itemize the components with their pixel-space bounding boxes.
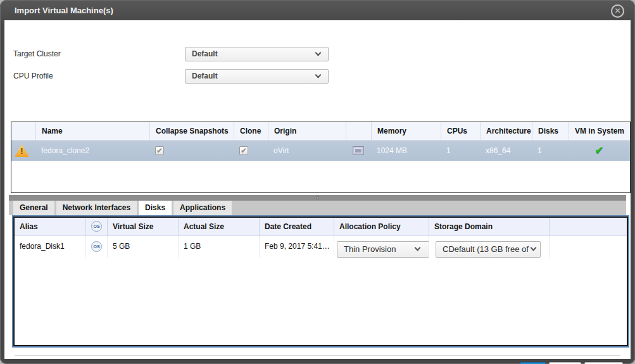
vm-col-memory: Memory [371,122,441,140]
disk-col-allocation-policy: Allocation Policy [334,218,429,235]
vm-col-vm-in-system: VM in System [569,122,630,140]
vm-table-header: Name Collapse Snapshots Clone Origin Mem… [11,122,630,141]
cpu-profile-dropdown[interactable]: Default [185,69,329,84]
vm-col-disks: Disks [532,122,569,140]
dialog-title: Import Virtual Machine(s) [15,6,113,15]
tab-general[interactable]: General [13,201,54,215]
footer-divider [15,355,620,356]
disk-virtual-size: 5 GB [107,236,178,258]
vm-row-status-cell: ! [11,141,35,161]
vm-table: Name Collapse Snapshots Clone Origin Mem… [11,122,631,193]
tab-disks[interactable]: Disks [139,201,172,215]
import-vm-dialog: Import Virtual Machine(s) ✕ Target Clust… [0,0,635,364]
allocation-policy-dropdown[interactable]: Thin Provision [337,241,429,258]
disk-col-actual-size: Actual Size [178,218,259,235]
disk-col-empty [549,218,627,235]
target-cluster-label: Target Cluster [13,49,61,58]
vm-cpus: 1 [441,141,480,161]
splitter-grip-icon [316,196,319,199]
disk-allocation-cell: Thin Provision [334,236,429,258]
vm-col-status [11,122,35,140]
disk-alias: fedora_Disk1 [15,236,85,258]
vm-col-origin: Origin [268,122,346,140]
vm-col-collapse-snapshots: Collapse Snapshots [149,122,234,140]
disk-table-header: Alias OS Virtual Size Actual Size Date C… [15,218,627,236]
storage-domain-dropdown[interactable]: CDefault (13 GB free of [436,241,541,258]
vm-in-system-check-icon: ✔ [569,141,630,161]
vm-disks: 1 [532,141,569,161]
target-cluster-value: Default [192,49,218,58]
chevron-down-icon [531,245,537,251]
collapse-snapshots-checkbox[interactable]: ✔ [155,146,164,155]
tab-applications[interactable]: Applications [173,201,232,215]
vm-collapse-snapshots-cell: ✔ [149,141,234,161]
disk-actual-size: 1 GB [178,236,259,258]
disk-col-date-created: Date Created [259,218,334,235]
allocation-policy-value: Thin Provision [344,244,396,254]
disk-col-os: OS [85,218,107,235]
target-cluster-dropdown[interactable]: Default [185,47,329,61]
vm-clone-cell: ✔ [234,141,268,161]
dialog-titlebar: Import Virtual Machine(s) ✕ [4,0,631,20]
detail-tabbar: General Network Interfaces Disks Applica… [9,201,626,215]
dialog-content: Target Cluster Default CPU Profile Defau… [4,20,631,359]
cpu-profile-value: Default [192,72,218,80]
chevron-down-icon [415,245,421,251]
monitor-icon [353,146,364,155]
disk-table-row[interactable]: fedora_Disk1 OS 5 GB 1 GB Feb 9, 2017 5:… [15,236,627,258]
vm-col-architecture: Architecture [480,122,532,140]
disk-empty-cell [549,236,627,258]
panel-splitter[interactable] [9,195,626,201]
disk-col-alias: Alias [15,218,85,235]
os-badge-icon: OS [91,221,102,232]
disk-date-created: Feb 9, 2017 5:41… [259,236,334,258]
storage-domain-value: CDefault (13 GB free of [443,244,529,254]
vm-origin: oVirt [268,141,346,161]
vm-col-cpus: CPUs [441,122,480,140]
vm-name: fedora_clone2 [35,141,149,161]
vm-icon-cell [346,141,371,161]
vm-col-clone: Clone [234,122,268,140]
chevron-down-icon [315,72,322,78]
warning-icon: ! [15,144,29,157]
disk-col-storage-domain: Storage Domain [429,218,549,235]
chevron-down-icon [315,49,322,56]
disk-col-virtual-size: Virtual Size [107,218,178,235]
disks-panel: Alias OS Virtual Size Actual Size Date C… [13,217,628,346]
disk-os-cell: OS [85,236,107,258]
vm-col-icon [346,122,371,140]
clone-checkbox[interactable]: ✔ [239,146,248,155]
vm-table-row-selected[interactable]: ! fedora_clone2 ✔ ✔ oVirt 1024 MB 1 x86_… [11,141,630,161]
vm-memory: 1024 MB [371,141,441,161]
vm-architecture: x86_64 [480,141,532,161]
cpu-profile-label: CPU Profile [13,72,53,80]
vm-col-name: Name [35,122,149,140]
os-badge-icon: OS [91,241,102,252]
disk-storage-cell: CDefault (13 GB free of [429,236,549,258]
tab-network-interfaces[interactable]: Network Interfaces [56,201,137,215]
close-icon[interactable]: ✕ [611,4,624,18]
